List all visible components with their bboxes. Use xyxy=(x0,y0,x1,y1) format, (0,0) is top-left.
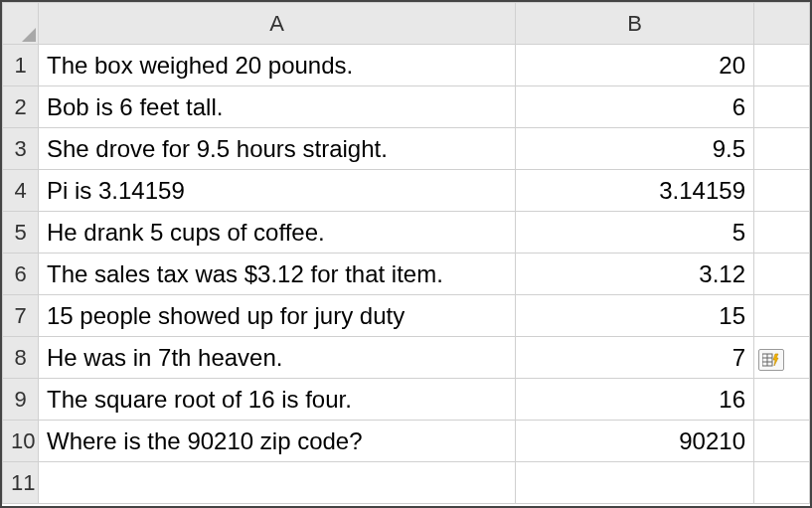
cell-a[interactable]: He drank 5 cups of coffee. xyxy=(39,212,516,254)
row-header[interactable]: 8 xyxy=(3,337,39,379)
cell-a[interactable]: Pi is 3.14159 xyxy=(39,170,516,212)
row-header[interactable]: 6 xyxy=(3,254,39,295)
cell-c[interactable] xyxy=(754,86,810,128)
row-header[interactable]: 9 xyxy=(3,379,39,421)
cell-b[interactable]: 3.12 xyxy=(516,254,754,295)
cell-a[interactable] xyxy=(39,462,516,504)
cell-a[interactable]: He was in 7th heaven. xyxy=(39,337,516,379)
table-row: 5He drank 5 cups of coffee.5 xyxy=(3,212,810,254)
select-all-triangle-icon xyxy=(22,28,36,42)
cell-b[interactable]: 15 xyxy=(516,295,754,337)
column-header-c[interactable] xyxy=(754,3,810,45)
table-row: 10Where is the 90210 zip code?90210 xyxy=(3,421,810,462)
select-all-corner[interactable] xyxy=(3,3,39,45)
cell-b[interactable] xyxy=(516,462,754,504)
cell-c[interactable] xyxy=(754,379,810,421)
cell-b[interactable]: 90210 xyxy=(516,421,754,462)
column-header-row: A B xyxy=(3,3,810,45)
cell-a[interactable]: Where is the 90210 zip code? xyxy=(39,421,516,462)
spreadsheet-grid[interactable]: A B 1The box weighed 20 pounds.202Bob is… xyxy=(0,0,812,508)
table-row: 6The sales tax was $3.12 for that item.3… xyxy=(3,254,810,295)
cell-c[interactable] xyxy=(754,170,810,212)
table-row: 9The square root of 16 is four.16 xyxy=(3,379,810,421)
cell-c[interactable] xyxy=(754,212,810,254)
table-row: 715 people showed up for jury duty15 xyxy=(3,295,810,337)
cell-b[interactable]: 16 xyxy=(516,379,754,421)
cell-c[interactable] xyxy=(754,295,810,337)
row-header[interactable]: 4 xyxy=(3,170,39,212)
cell-c[interactable] xyxy=(754,462,810,504)
row-header[interactable]: 10 xyxy=(3,421,39,462)
cell-b[interactable]: 20 xyxy=(516,45,754,86)
table-row: 2Bob is 6 feet tall.6 xyxy=(3,86,810,128)
table-row: 4Pi is 3.141593.14159 xyxy=(3,170,810,212)
row-header[interactable]: 2 xyxy=(3,86,39,128)
table-row: 1The box weighed 20 pounds.20 xyxy=(3,45,810,86)
cell-a[interactable]: The square root of 16 is four. xyxy=(39,379,516,421)
cell-b[interactable]: 3.14159 xyxy=(516,170,754,212)
cell-a[interactable]: Bob is 6 feet tall. xyxy=(39,86,516,128)
cell-c[interactable] xyxy=(754,254,810,295)
cell-a[interactable]: She drove for 9.5 hours straight. xyxy=(39,128,516,170)
cell-c[interactable] xyxy=(754,128,810,170)
row-header[interactable]: 5 xyxy=(3,212,39,254)
row-header[interactable]: 7 xyxy=(3,295,39,337)
table-row: 8He was in 7th heaven.7 xyxy=(3,337,810,379)
cell-c[interactable] xyxy=(754,45,810,86)
cell-b[interactable]: 7 xyxy=(516,337,754,379)
row-header[interactable]: 3 xyxy=(3,128,39,170)
row-header[interactable]: 11 xyxy=(3,462,39,504)
table-row: 3She drove for 9.5 hours straight.9.5 xyxy=(3,128,810,170)
flash-fill-icon xyxy=(762,353,780,367)
row-header[interactable]: 1 xyxy=(3,45,39,86)
cell-b[interactable]: 5 xyxy=(516,212,754,254)
table-row: 11 xyxy=(3,462,810,504)
cell-b[interactable]: 6 xyxy=(516,86,754,128)
column-header-a[interactable]: A xyxy=(39,3,516,45)
cell-b[interactable]: 9.5 xyxy=(516,128,754,170)
cell-a[interactable]: The sales tax was $3.12 for that item. xyxy=(39,254,516,295)
flash-fill-smarttag[interactable] xyxy=(758,349,784,371)
column-header-b[interactable]: B xyxy=(516,3,754,45)
grid-table: A B 1The box weighed 20 pounds.202Bob is… xyxy=(2,2,810,504)
cell-a[interactable]: 15 people showed up for jury duty xyxy=(39,295,516,337)
cell-c[interactable] xyxy=(754,421,810,462)
cell-a[interactable]: The box weighed 20 pounds. xyxy=(39,45,516,86)
